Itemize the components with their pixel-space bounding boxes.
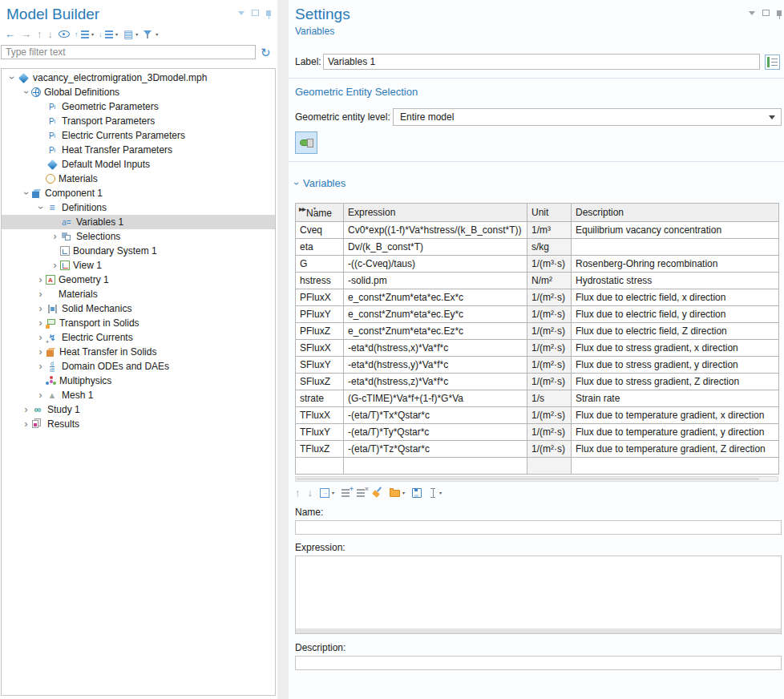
dropdown-caret-icon[interactable]: ▾: [156, 31, 158, 37]
chevron-collapsed-icon[interactable]: ›: [21, 419, 31, 429]
expression-cell[interactable]: e_const*Znum*eta*ec.Ez*c: [344, 323, 527, 340]
expression-column-header[interactable]: Expression: [344, 204, 527, 222]
expression-cell[interactable]: -(eta/T)*Tx*Qstar*c: [344, 407, 527, 424]
name-cell[interactable]: TFluxY: [296, 424, 344, 441]
name-column-header[interactable]: ▸▸ ▾ Name: [296, 204, 344, 222]
save-disk-button[interactable]: [412, 487, 422, 499]
description-field-input[interactable]: [295, 656, 782, 670]
description-cell[interactable]: Hydrostatic stress: [572, 273, 779, 289]
unit-cell[interactable]: 1/m³: [527, 222, 572, 239]
tree-item-heat-transfer-in-solids[interactable]: ›Heat Transfer in Solids: [2, 345, 275, 359]
tree-item-mesh-1[interactable]: ›▲Mesh 1: [2, 388, 275, 402]
expression-cell[interactable]: -eta*d(hstress,y)*Va*f*c: [344, 357, 527, 374]
tree-item-materials[interactable]: ›Materials: [2, 287, 275, 301]
chevron-collapsed-icon[interactable]: ›: [50, 232, 60, 241]
chevron-collapsed-icon[interactable]: ›: [35, 318, 46, 328]
refresh-icon[interactable]: ↻: [261, 46, 271, 59]
tree-item-default-model-inputs[interactable]: Default Model Inputs: [2, 157, 275, 172]
tree-item-domain-odes-and-daes[interactable]: ›ddtDomain ODEs and DAEs: [2, 359, 275, 374]
name-cell[interactable]: SFluxX: [296, 340, 344, 357]
expression-cell[interactable]: [344, 458, 527, 475]
description-column-header[interactable]: Description: [572, 204, 779, 222]
label-input[interactable]: [323, 54, 760, 70]
tree-item-heat-transfer-parameters[interactable]: PiHeat Transfer Parameters: [2, 143, 275, 157]
unit-cell[interactable]: 1/(m²·s): [527, 340, 572, 357]
name-cell[interactable]: SFluxZ: [296, 374, 344, 390]
name-cell[interactable]: TFluxX: [296, 407, 344, 424]
tree-item-transport-in-solids[interactable]: ›Transport in Solids: [2, 316, 275, 330]
tree-item-geometric-parameters[interactable]: PiGeometric Parameters: [2, 99, 275, 114]
chevron-collapsed-icon[interactable]: ›: [35, 390, 46, 400]
name-cell[interactable]: PFluxX: [296, 289, 344, 306]
tree-item-multiphysics[interactable]: Multiphysics: [2, 374, 275, 388]
description-cell[interactable]: [572, 239, 779, 256]
breadcrumb[interactable]: Variables: [295, 26, 782, 37]
dropdown-caret-icon[interactable]: ▾: [332, 490, 334, 495]
description-cell[interactable]: [572, 458, 779, 475]
filter-input[interactable]: [1, 45, 256, 59]
add-row-button[interactable]: +: [341, 487, 350, 499]
chevron-expanded-icon[interactable]: ›: [36, 203, 46, 213]
dropdown-caret-icon[interactable]: ▾: [91, 31, 94, 37]
name-cell[interactable]: strate: [296, 390, 344, 407]
chevron-expanded-icon[interactable]: ›: [7, 73, 17, 83]
unit-cell[interactable]: 1/(m²·s): [527, 306, 572, 323]
move-up-arrow-button[interactable]: ↑: [37, 28, 42, 41]
pin-panel-icon[interactable]: [266, 10, 271, 16]
collapse-chevron-icon[interactable]: [749, 11, 755, 15]
delete-row-button[interactable]: ×: [357, 487, 365, 499]
dropdown-caret-icon[interactable]: ▾: [439, 490, 442, 495]
description-cell[interactable]: Flux due to temperature gradient, x dire…: [572, 407, 779, 424]
unit-column-header[interactable]: Unit: [527, 204, 572, 222]
dropdown-caret-icon[interactable]: ▾: [115, 31, 118, 37]
tree-item-materials[interactable]: Materials: [2, 172, 275, 186]
name-cell[interactable]: hstress: [296, 273, 344, 289]
name-cell[interactable]: PFluxZ: [296, 323, 344, 340]
expression-cell[interactable]: -(eta/T)*Tz*Qstar*c: [344, 441, 527, 458]
description-cell[interactable]: Flux due to electric field, x direction: [572, 289, 779, 306]
expression-cell[interactable]: -eta*d(hstress,z)*Va*f*c: [344, 374, 527, 390]
tree-item-solid-mechanics[interactable]: ›Solid Mechanics: [2, 301, 275, 316]
unit-cell[interactable]: s/kg: [527, 239, 572, 256]
tree-item-transport-parameters[interactable]: PiTransport Parameters: [2, 114, 275, 128]
expression-field-input[interactable]: [296, 556, 781, 628]
name-field-input[interactable]: [295, 520, 782, 535]
tree-item-global-definitions[interactable]: ›Global Definitions: [2, 85, 275, 99]
edit-field-button[interactable]: ▾: [429, 487, 442, 499]
tree-item-component-1[interactable]: ›Component 1: [2, 186, 275, 200]
chevron-collapsed-icon[interactable]: ›: [21, 405, 31, 414]
collapse-levels-button[interactable]: ↓▾: [99, 28, 118, 41]
move-to-table-button[interactable]: →▾: [320, 487, 334, 499]
expression-cell[interactable]: -(eta/T)*Ty*Qstar*c: [344, 424, 527, 441]
name-cell[interactable]: PFluxY: [296, 306, 344, 323]
tree-item-electric-currents[interactable]: ›↯+Electric Currents: [2, 330, 275, 345]
name-cell[interactable]: SFluxY: [296, 357, 344, 374]
expression-cell[interactable]: Dv/(k_B_const*T): [344, 239, 527, 256]
expression-scrollbar[interactable]: [296, 628, 781, 633]
unit-cell[interactable]: 1/(m²·s): [527, 357, 572, 374]
tree-item-definitions[interactable]: ›≡Definitions: [2, 200, 275, 215]
unit-cell[interactable]: N/m²: [527, 273, 572, 289]
load-folder-button[interactable]: ▾: [390, 487, 405, 499]
unit-cell[interactable]: 1/s: [527, 390, 572, 407]
chevron-collapsed-icon[interactable]: ›: [50, 261, 60, 270]
unit-cell[interactable]: 1/(m²·s): [527, 323, 572, 340]
tree-item-electric-currents-parameters[interactable]: PiElectric Currents Parameters: [2, 128, 275, 143]
move-up-arrow-button[interactable]: ↑: [295, 487, 301, 499]
filter-funnel-button[interactable]: ▾: [143, 28, 158, 41]
description-cell[interactable]: Equilibrium vacancy concentration: [572, 222, 779, 239]
unit-cell[interactable]: 1/(m²·s): [527, 374, 572, 390]
unit-cell[interactable]: 1/(m²·s): [527, 441, 572, 458]
description-cell[interactable]: Flux due to stress gradient, Z direction: [572, 374, 779, 390]
tree-item-variables-1[interactable]: a=Variables 1: [2, 215, 275, 229]
expand-levels-button[interactable]: ↑▾: [75, 28, 94, 41]
description-cell[interactable]: Flux due to electric field, y direction: [572, 306, 779, 323]
expression-cell[interactable]: e_const*Znum*eta*ec.Ey*c: [344, 306, 527, 323]
forward-arrow-button[interactable]: →: [21, 28, 31, 41]
description-cell[interactable]: Flux due to electric field, Z direction: [572, 323, 779, 340]
tree-item-results[interactable]: ›Results: [2, 417, 275, 431]
description-cell[interactable]: Strain rate: [572, 390, 779, 407]
panel-divider[interactable]: [277, 0, 289, 699]
chevron-collapsed-icon[interactable]: ›: [35, 289, 46, 299]
table-horizontal-scrollbar[interactable]: [295, 476, 778, 482]
